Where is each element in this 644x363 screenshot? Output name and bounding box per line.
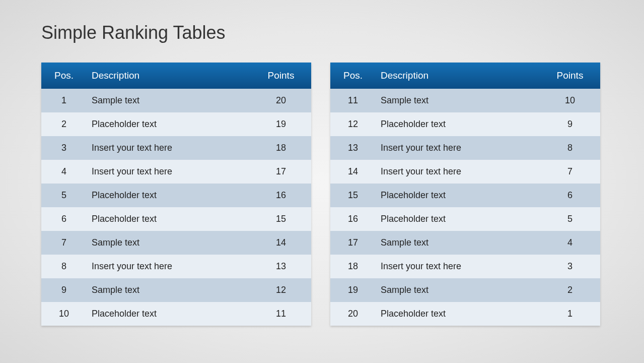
cell-desc: Placeholder text xyxy=(87,190,251,201)
cell-points: 15 xyxy=(251,214,311,224)
cell-desc: Insert your text here xyxy=(376,143,540,153)
cell-pos: 5 xyxy=(41,190,87,201)
cell-pos: 15 xyxy=(330,190,376,201)
cell-points: 11 xyxy=(251,309,311,319)
table-row: 11Sample text10 xyxy=(330,89,600,112)
cell-desc: Placeholder text xyxy=(376,190,540,201)
cell-points: 8 xyxy=(540,143,600,153)
cell-points: 9 xyxy=(540,119,600,130)
cell-points: 6 xyxy=(540,190,600,201)
header-desc: Description xyxy=(376,70,540,81)
cell-pos: 17 xyxy=(330,237,376,248)
table-row: 19Sample text2 xyxy=(330,278,600,302)
cell-points: 2 xyxy=(540,285,600,295)
cell-desc: Sample text xyxy=(376,285,540,295)
header-pos: Pos. xyxy=(330,70,376,81)
cell-points: 13 xyxy=(251,261,311,272)
cell-pos: 16 xyxy=(330,214,376,224)
table-header: Pos. Description Points xyxy=(330,63,600,89)
table-row: 20Placeholder text1 xyxy=(330,302,600,326)
cell-pos: 2 xyxy=(41,119,87,130)
cell-pos: 1 xyxy=(41,95,87,106)
cell-points: 19 xyxy=(251,119,311,130)
cell-desc: Sample text xyxy=(87,285,251,295)
cell-desc: Insert your text here xyxy=(87,166,251,177)
ranking-table-left: Pos. Description Points 1Sample text20 2… xyxy=(41,63,311,326)
cell-desc: Insert your text here xyxy=(376,166,540,177)
cell-pos: 6 xyxy=(41,214,87,224)
table-row: 18Insert your text here3 xyxy=(330,255,600,278)
ranking-table-right: Pos. Description Points 11Sample text10 … xyxy=(330,63,600,326)
table-row: 5Placeholder text16 xyxy=(41,184,311,207)
table-row: 3Insert your text here18 xyxy=(41,136,311,160)
cell-points: 20 xyxy=(251,95,311,106)
slide-title: Simple Ranking Tables xyxy=(41,22,226,43)
cell-points: 7 xyxy=(540,166,600,177)
cell-pos: 9 xyxy=(41,285,87,295)
header-points: Points xyxy=(540,70,600,81)
cell-desc: Placeholder text xyxy=(87,214,251,224)
cell-desc: Sample text xyxy=(376,237,540,248)
table-row: 1Sample text20 xyxy=(41,89,311,112)
cell-desc: Placeholder text xyxy=(87,309,251,319)
cell-pos: 13 xyxy=(330,143,376,153)
cell-points: 14 xyxy=(251,237,311,248)
cell-points: 10 xyxy=(540,95,600,106)
table-row: 14Insert your text here7 xyxy=(330,160,600,184)
table-row: 6Placeholder text15 xyxy=(41,207,311,231)
table-row: 16Placeholder text5 xyxy=(330,207,600,231)
table-row: 10Placeholder text11 xyxy=(41,302,311,326)
table-row: 13Insert your text here8 xyxy=(330,136,600,160)
cell-points: 18 xyxy=(251,143,311,153)
table-row: 15Placeholder text6 xyxy=(330,184,600,207)
cell-points: 12 xyxy=(251,285,311,295)
cell-points: 16 xyxy=(251,190,311,201)
cell-pos: 8 xyxy=(41,261,87,272)
cell-desc: Sample text xyxy=(87,95,251,106)
cell-desc: Placeholder text xyxy=(376,214,540,224)
header-pos: Pos. xyxy=(41,70,87,81)
cell-points: 1 xyxy=(540,309,600,319)
cell-desc: Placeholder text xyxy=(376,119,540,130)
cell-desc: Sample text xyxy=(376,95,540,106)
cell-pos: 10 xyxy=(41,309,87,319)
cell-points: 4 xyxy=(540,237,600,248)
table-row: 9Sample text12 xyxy=(41,278,311,302)
cell-desc: Insert your text here xyxy=(87,143,251,153)
cell-desc: Sample text xyxy=(87,237,251,248)
cell-pos: 18 xyxy=(330,261,376,272)
cell-pos: 19 xyxy=(330,285,376,295)
cell-desc: Placeholder text xyxy=(376,309,540,319)
header-points: Points xyxy=(251,70,311,81)
header-desc: Description xyxy=(87,70,251,81)
tables-container: Pos. Description Points 1Sample text20 2… xyxy=(41,63,600,326)
cell-pos: 7 xyxy=(41,237,87,248)
cell-points: 5 xyxy=(540,214,600,224)
cell-points: 17 xyxy=(251,166,311,177)
cell-desc: Placeholder text xyxy=(87,119,251,130)
cell-pos: 14 xyxy=(330,166,376,177)
cell-pos: 4 xyxy=(41,166,87,177)
table-row: 8Insert your text here13 xyxy=(41,255,311,278)
cell-pos: 12 xyxy=(330,119,376,130)
cell-points: 3 xyxy=(540,261,600,272)
table-row: 4Insert your text here17 xyxy=(41,160,311,184)
table-row: 17Sample text4 xyxy=(330,231,600,255)
table-row: 12Placeholder text9 xyxy=(330,112,600,136)
cell-desc: Insert your text here xyxy=(87,261,251,272)
table-row: 2Placeholder text19 xyxy=(41,112,311,136)
table-header: Pos. Description Points xyxy=(41,63,311,89)
cell-pos: 3 xyxy=(41,143,87,153)
cell-pos: 11 xyxy=(330,95,376,106)
cell-desc: Insert your text here xyxy=(376,261,540,272)
table-row: 7Sample text14 xyxy=(41,231,311,255)
cell-pos: 20 xyxy=(330,309,376,319)
